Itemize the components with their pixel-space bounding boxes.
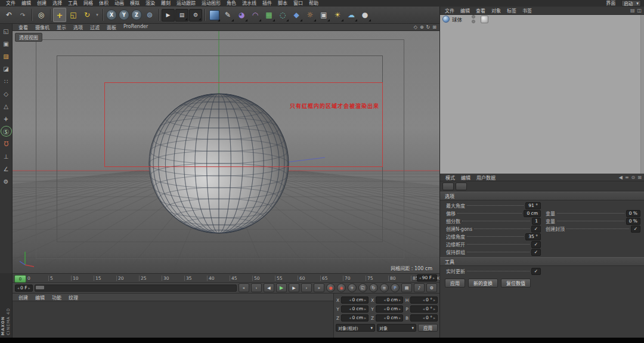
snap-mode-icon[interactable]: Ω	[1, 139, 11, 149]
record-rotation-icon[interactable]: ↻	[369, 283, 378, 292]
attribute-control[interactable]: 0 cm	[524, 210, 541, 217]
next-key-button[interactable]: ›	[301, 283, 312, 292]
field-icon[interactable]: ◌	[276, 8, 289, 22]
cube-primitive-icon[interactable]	[208, 8, 221, 22]
layer-panel-icon[interactable]: ▤	[630, 8, 635, 13]
solo-mode-icon[interactable]: Ⓢ	[1, 126, 11, 136]
model-mode-icon[interactable]: ▣	[1, 39, 11, 48]
quantize-icon[interactable]: ∠	[1, 164, 11, 174]
goto-end-button[interactable]: »	[314, 283, 324, 292]
edges-mode-icon[interactable]: ◇	[1, 89, 11, 98]
menu-item[interactable]: 运动跟踪	[174, 0, 199, 7]
points-mode-icon[interactable]: ∷	[1, 76, 11, 86]
apply-button[interactable]: 应用	[418, 324, 438, 332]
menu-item[interactable]: 角色	[224, 0, 239, 7]
render-picture-viewer-icon[interactable]: ▤	[175, 9, 188, 21]
menu-item[interactable]: 编辑	[18, 0, 34, 7]
scale-tool-icon[interactable]: ◱	[67, 8, 80, 22]
prev-key-button[interactable]: ‹	[251, 283, 262, 292]
menu-item[interactable]: 脚本	[275, 0, 290, 7]
coordinate-system-icon[interactable]: ⊚	[143, 8, 156, 22]
record-parameter-icon[interactable]: ≡	[380, 283, 389, 292]
attribute-tab[interactable]	[456, 183, 467, 190]
attribute-control[interactable]: 91 °	[525, 202, 541, 209]
prev-frame-button[interactable]: ◀	[264, 283, 274, 292]
texture-mode-icon[interactable]: ▨	[1, 51, 11, 61]
menu-item[interactable]: 工具	[65, 0, 80, 7]
attribute-control[interactable]: 0 %	[626, 218, 640, 225]
play-button[interactable]: ▶	[276, 283, 287, 292]
volume-icon[interactable]: ◆	[290, 8, 303, 22]
rotate-view-icon[interactable]: ↻	[426, 24, 431, 30]
move-tool-icon[interactable]: +	[53, 8, 66, 22]
view-label[interactable]: 透视视图	[15, 33, 42, 42]
tool-section-header[interactable]: 工具	[440, 257, 644, 266]
viewport-menu-item[interactable]: 显示	[53, 24, 70, 30]
viewport-menu-item[interactable]: 选项	[70, 24, 86, 30]
viewport-menu-item[interactable]: 面板	[103, 24, 120, 30]
keyframe-bar-icon[interactable]: ▤	[401, 283, 412, 292]
dynamics-icon[interactable]: ☼	[304, 8, 317, 22]
record-position-icon[interactable]: +	[348, 283, 357, 292]
attribute-control[interactable]: 1	[532, 218, 541, 225]
attribute-control[interactable]: 35 °	[525, 233, 541, 240]
autokey-icon[interactable]: ◉	[337, 283, 346, 292]
attribute-control[interactable]: ✓	[531, 241, 541, 248]
material-menu-item[interactable]: 纹理	[65, 294, 82, 301]
last-tool-icon[interactable]: ▾	[94, 8, 100, 22]
render-settings-icon[interactable]: ⚙	[189, 9, 202, 21]
menu-item[interactable]: 渲染	[143, 0, 158, 7]
menu-item[interactable]: 选择	[49, 0, 65, 7]
modeling-settings-icon[interactable]: ⚙	[1, 177, 11, 186]
subdivision-surface-icon[interactable]: ◕	[235, 8, 248, 22]
rotation-p-field[interactable]: 0 °	[410, 305, 438, 313]
panel-icon[interactable]: ⊞	[637, 175, 642, 180]
object-manager-menu-item[interactable]: 对象	[488, 7, 504, 14]
toggle-views-icon[interactable]: ⊞	[432, 24, 436, 30]
object-manager-list[interactable]: 球体	[440, 15, 644, 175]
attribute-tab[interactable]	[442, 183, 454, 190]
material-menu-item[interactable]: 功能	[48, 294, 65, 301]
tool-button[interactable]: 复位数值	[501, 279, 531, 288]
menu-item[interactable]: 插件	[259, 0, 275, 7]
phong-tag-icon[interactable]	[481, 16, 488, 23]
menu-item[interactable]: 创建	[34, 0, 49, 7]
size-y-field[interactable]: 0 cm	[376, 305, 403, 313]
position-z-field[interactable]: 0 cm	[341, 314, 369, 322]
coordinate-space-select[interactable]: 对象▾	[377, 324, 416, 332]
viewport-canvas[interactable]: 只有红框内的区域才会被渲染出来 透视视图 网格间距 : 100 cm	[13, 31, 439, 273]
record-keyframe-icon[interactable]: ●	[326, 283, 335, 292]
sound-icon[interactable]: ♪	[414, 283, 425, 292]
light-icon[interactable]: ☀	[331, 8, 344, 22]
end-frame-field[interactable]: 90 F	[417, 274, 437, 282]
menu-item[interactable]: 雕刻	[158, 0, 174, 7]
menu-item[interactable]: 运动图形	[199, 0, 224, 7]
viewport-menu-item[interactable]: 过滤	[86, 24, 103, 30]
redo-icon[interactable]: ↷	[16, 8, 29, 22]
menu-item[interactable]: 帮助	[306, 0, 321, 7]
size-x-field[interactable]: 0 cm	[376, 296, 403, 304]
tool-button[interactable]: 应用	[445, 279, 465, 288]
power-slider[interactable]	[35, 285, 237, 292]
options-section-header[interactable]: 选项	[440, 191, 644, 200]
cloner-icon[interactable]: ▦	[262, 8, 275, 22]
y-axis-lock-button[interactable]: Y	[119, 10, 129, 20]
object-row[interactable]: 球体	[440, 15, 644, 23]
menu-item[interactable]: 体积	[96, 0, 112, 7]
playback-options-icon[interactable]: ⚙	[426, 283, 437, 292]
polygons-mode-icon[interactable]: △	[1, 101, 11, 111]
pla-icon[interactable]: P	[391, 283, 400, 292]
zoom-view-icon[interactable]: ⊕	[420, 24, 424, 30]
axis-mode-icon[interactable]: +	[1, 114, 11, 123]
menu-item[interactable]: 动画	[112, 0, 127, 7]
menu-item[interactable]: 窗口	[290, 0, 306, 7]
workplane-lock-icon[interactable]: ⊥	[1, 152, 11, 161]
object-manager-menu-item[interactable]: 标签	[504, 7, 519, 14]
search-icon[interactable]: ⊙	[631, 175, 636, 180]
bend-deformer-icon[interactable]: ◠	[249, 8, 262, 22]
attribute-menu-item[interactable]: 模式	[442, 174, 458, 181]
z-axis-lock-button[interactable]: Z	[131, 10, 142, 20]
x-axis-lock-button[interactable]: X	[106, 10, 117, 20]
filter-icon[interactable]: ≡	[625, 175, 629, 180]
attribute-control[interactable]: ✓	[631, 225, 640, 233]
